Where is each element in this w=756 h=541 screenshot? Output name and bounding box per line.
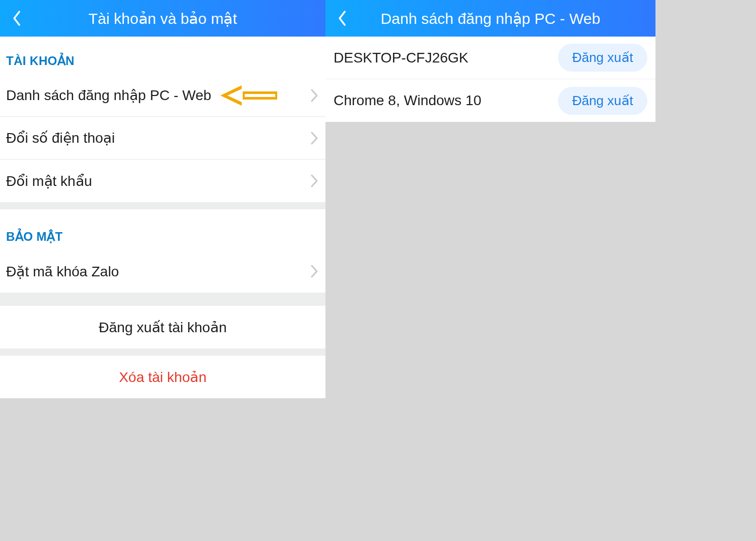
row-label: Đổi số điện thoại bbox=[6, 130, 115, 146]
delete-account-button[interactable]: Xóa tài khoản bbox=[0, 356, 325, 398]
logout-account-button[interactable]: Đăng xuất tài khoản bbox=[0, 306, 325, 348]
row-login-list[interactable]: Danh sách đăng nhập PC - Web bbox=[0, 74, 325, 117]
svg-rect-2 bbox=[245, 94, 275, 97]
section-gap bbox=[0, 293, 325, 306]
delete-account-label: Xóa tài khoản bbox=[119, 369, 207, 386]
header-title: Danh sách đăng nhập PC - Web bbox=[325, 10, 655, 27]
logout-account-label: Đăng xuất tài khoản bbox=[99, 319, 227, 336]
chevron-right-icon bbox=[310, 174, 318, 188]
row-change-phone[interactable]: Đổi số điện thoại bbox=[0, 117, 325, 160]
section-header-security: BẢO MẬT bbox=[0, 209, 325, 250]
row-set-lock-code[interactable]: Đặt mã khóa Zalo bbox=[0, 250, 325, 293]
login-devices-screen: Danh sách đăng nhập PC - Web DESKTOP-CFJ… bbox=[325, 0, 655, 541]
device-logout-button[interactable]: Đăng xuất bbox=[558, 44, 647, 72]
empty-area bbox=[325, 122, 655, 541]
account-list: Danh sách đăng nhập PC - Web bbox=[0, 74, 325, 202]
header-bar: Tài khoản và bảo mật bbox=[0, 0, 325, 37]
device-row: Chrome 8, Windows 10 Đăng xuất bbox=[325, 79, 655, 122]
section-header-account: TÀI KHOẢN bbox=[0, 37, 325, 74]
back-button[interactable] bbox=[6, 8, 27, 29]
device-name: Chrome 8, Windows 10 bbox=[334, 92, 481, 109]
annotation-arrow-icon bbox=[220, 84, 277, 107]
account-security-screen: Tài khoản và bảo mật TÀI KHOẢN Danh sách… bbox=[0, 0, 325, 541]
device-row: DESKTOP-CFJ26GK Đăng xuất bbox=[325, 37, 655, 79]
canvas-gap bbox=[655, 0, 756, 541]
row-label: Danh sách đăng nhập PC - Web bbox=[6, 87, 211, 104]
chevron-right-icon bbox=[310, 264, 318, 278]
chevron-left-icon bbox=[338, 10, 347, 26]
row-change-password[interactable]: Đổi mật khẩu bbox=[0, 160, 325, 202]
chevron-right-icon bbox=[310, 131, 318, 145]
row-label: Đặt mã khóa Zalo bbox=[6, 263, 119, 280]
row-label: Đổi mật khẩu bbox=[6, 173, 92, 189]
section-gap bbox=[0, 202, 325, 209]
empty-area bbox=[0, 398, 325, 541]
chevron-right-icon bbox=[310, 88, 318, 103]
chevron-left-icon bbox=[12, 10, 21, 26]
back-button[interactable] bbox=[332, 8, 353, 29]
devices-list: DESKTOP-CFJ26GK Đăng xuất Chrome 8, Wind… bbox=[325, 37, 655, 122]
section-gap bbox=[0, 348, 325, 356]
security-list: Đặt mã khóa Zalo bbox=[0, 250, 325, 293]
device-logout-button[interactable]: Đăng xuất bbox=[558, 87, 647, 115]
header-title: Tài khoản và bảo mật bbox=[0, 10, 325, 27]
device-name: DESKTOP-CFJ26GK bbox=[334, 50, 469, 66]
header-bar: Danh sách đăng nhập PC - Web bbox=[325, 0, 655, 37]
